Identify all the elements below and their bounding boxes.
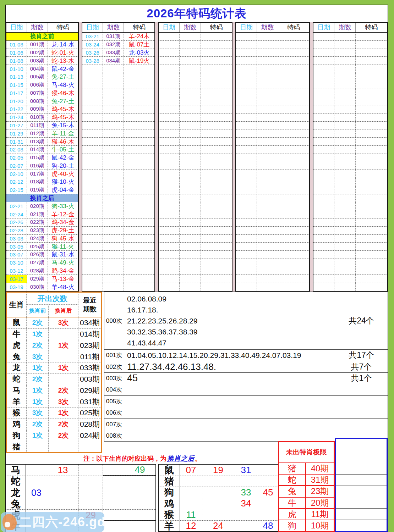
column-header-row: 日期期数特码 — [82, 23, 154, 33]
group-body — [236, 33, 309, 291]
column-header-period: 期数 — [103, 23, 124, 32]
period-cell — [257, 283, 278, 291]
record-row: 01-29012期羊-11-金 — [6, 129, 78, 138]
period-cell: 004期 — [27, 65, 48, 73]
record-row — [82, 154, 154, 162]
recent-header-line2: 期数 — [83, 305, 97, 314]
period-cell — [334, 227, 356, 234]
record-row — [82, 243, 154, 251]
count-area: 000次02.06.08.0916.17.18.21.22.23.25.26.2… — [104, 292, 388, 442]
bottom-zodiac-cell: 羊 — [159, 521, 180, 532]
count-total — [335, 419, 388, 430]
record-row: 01-03001期龙-14-水 — [6, 41, 78, 49]
record-row — [236, 73, 309, 81]
period-cell — [103, 170, 124, 178]
date-cell — [313, 138, 334, 145]
date-cell — [159, 283, 180, 291]
record-row: 02-05015期鼠-42-金 — [6, 154, 78, 162]
record-row — [236, 57, 309, 65]
record-row: 03-05025期猴-11-火 — [6, 243, 78, 251]
bottom-value-cell — [124, 510, 155, 521]
bottom-value-cell: 19 — [202, 465, 234, 476]
code-cell — [278, 89, 309, 97]
bottom-value-cell — [103, 476, 124, 487]
watermark-logo-blob — [2, 514, 17, 530]
code-cell — [356, 194, 387, 202]
date-cell — [236, 41, 257, 49]
period-cell — [334, 33, 356, 40]
record-row — [159, 41, 232, 49]
bottom-value-cell: 11 — [180, 509, 202, 520]
period-cell — [257, 251, 278, 259]
record-row — [159, 105, 232, 113]
code-cell — [356, 49, 387, 57]
blue-box-row — [336, 486, 387, 497]
code-cell — [201, 105, 232, 113]
period-cell — [180, 113, 201, 121]
code-cell — [201, 251, 232, 259]
date-cell — [313, 170, 334, 178]
bottom-row: 鼠071931 — [159, 465, 278, 476]
period-cell — [103, 210, 124, 218]
count-label: 006次 — [104, 407, 124, 418]
bottom-zodiac-cell: 鼠 — [159, 465, 180, 476]
code-cell — [201, 122, 232, 129]
record-row — [313, 57, 387, 65]
record-row — [313, 105, 387, 113]
record-row — [159, 138, 232, 146]
period-cell: 005期 — [27, 73, 48, 81]
record-row: 01-27011期兔-15-木 — [6, 122, 78, 130]
record-row — [236, 227, 309, 235]
count-numbers-line: 16.17.18. — [127, 304, 335, 315]
record-row — [313, 81, 387, 89]
note-link[interactable]: 换肖之后 — [167, 454, 194, 463]
code-cell — [124, 170, 154, 178]
date-cell: 03-03 — [6, 235, 27, 243]
code-cell — [356, 138, 387, 145]
zodiac-cell: 鸡 — [7, 419, 27, 430]
count-numbers — [124, 384, 335, 395]
recent-period-cell: 028期 — [78, 419, 101, 430]
period-cell — [334, 97, 356, 105]
recent-header-line1: 最近 — [83, 296, 97, 305]
record-group-2: 日期期数特码03-21031期羊-24木03-24032期鼠-07土03-260… — [82, 22, 155, 292]
code-cell: 虎-40-火 — [48, 170, 78, 178]
record-row: 01-31013期猴-46-木 — [6, 138, 78, 146]
limit-zodiac-cell: 牛 — [279, 498, 306, 508]
record-row — [236, 267, 309, 275]
code-cell: 猴-46-木 — [48, 89, 78, 97]
code-cell: 兔-27-土 — [48, 73, 78, 81]
record-row — [313, 178, 387, 186]
after-count-cell: 2次 — [49, 419, 78, 430]
blue-box-cell — [336, 486, 357, 497]
date-cell: 01-10 — [6, 65, 27, 73]
code-cell: 羊-24木 — [124, 33, 154, 40]
record-row — [82, 259, 154, 267]
period-cell: 029期 — [27, 275, 48, 283]
period-cell — [103, 243, 124, 250]
date-cell — [82, 105, 103, 113]
code-cell: 鼠-19火 — [124, 57, 154, 65]
period-cell: 028期 — [27, 267, 48, 275]
date-cell — [236, 33, 257, 40]
record-row: 03-12028期鸡-34-金 — [6, 267, 78, 275]
period-cell: 032期 — [103, 41, 124, 49]
bottom-value-cell: 34 — [234, 498, 258, 509]
record-row — [313, 122, 387, 130]
record-row — [159, 202, 232, 210]
date-cell — [159, 275, 180, 283]
period-cell: 008期 — [27, 97, 48, 105]
code-cell — [201, 57, 232, 65]
record-row — [159, 65, 232, 73]
record-row — [82, 97, 154, 105]
period-cell — [334, 275, 356, 283]
date-cell — [82, 243, 103, 250]
blue-box-cell — [336, 463, 357, 474]
date-cell — [159, 227, 180, 234]
period-cell — [103, 138, 124, 145]
date-cell — [236, 210, 257, 218]
record-row — [236, 194, 309, 203]
period-cell — [103, 97, 124, 105]
period-cell — [257, 194, 278, 202]
record-row — [82, 202, 154, 210]
